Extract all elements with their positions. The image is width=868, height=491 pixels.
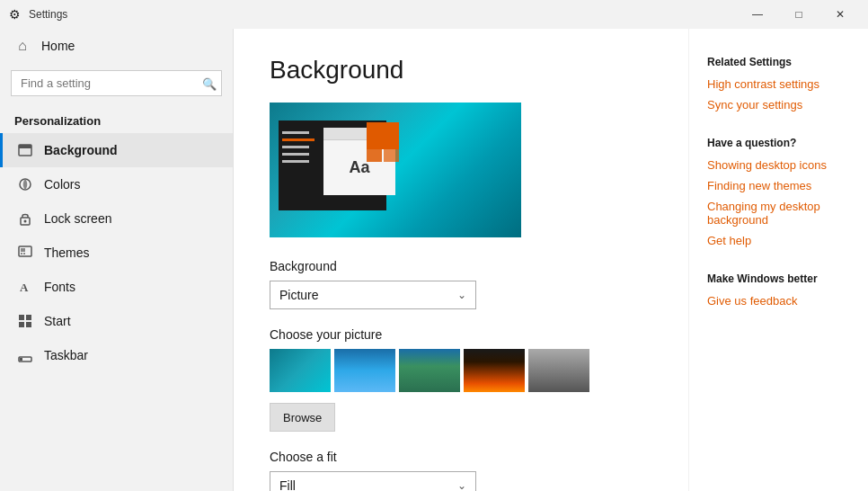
titlebar: ⚙ Settings — □ ✕ [0, 0, 868, 29]
home-label: Home [41, 39, 75, 53]
svg-rect-8 [23, 253, 25, 254]
sidebar-section-title: Personalization [0, 103, 233, 133]
svg-rect-11 [26, 315, 31, 320]
preview-line-3 [282, 146, 309, 148]
change-bg-link[interactable]: Changing my desktop background [707, 200, 850, 227]
titlebar-controls: — □ ✕ [737, 0, 861, 29]
sidebar-item-background[interactable]: Background [0, 133, 233, 167]
sidebar-item-start[interactable]: Start [0, 304, 233, 338]
related-settings-title: Related Settings [707, 56, 850, 68]
background-icon [17, 142, 33, 158]
thumbnail-5[interactable] [528, 349, 589, 392]
high-contrast-link[interactable]: High contrast settings [707, 77, 850, 91]
feedback-link[interactable]: Give us feedback [707, 294, 850, 308]
preview-line-5 [282, 160, 309, 163]
colors-icon [17, 176, 33, 192]
thumbnail-2[interactable] [334, 349, 395, 392]
search-icon[interactable]: 🔍 [202, 76, 217, 90]
taskbar-label: Taskbar [44, 348, 88, 362]
main-content: Background Aa Background [234, 29, 688, 491]
home-icon: ⌂ [14, 38, 31, 54]
sidebar-item-lock-screen[interactable]: Lock screen [0, 201, 233, 236]
sidebar-item-taskbar[interactable]: Taskbar [0, 338, 233, 372]
fonts-icon: A [17, 279, 33, 295]
divider-1 [707, 119, 850, 137]
have-question-title: Have a question? [707, 137, 850, 149]
preview-line-2 [282, 138, 314, 141]
lock-screen-icon [17, 210, 33, 227]
sidebar-item-home[interactable]: ⌂ Home [0, 29, 233, 63]
background-dropdown-arrow: ⌄ [457, 289, 466, 301]
taskbar-icon [17, 347, 33, 363]
preview-orange-2 [367, 149, 382, 162]
preview-line-4 [282, 153, 309, 156]
sidebar-item-colors[interactable]: Colors [0, 167, 233, 201]
themes-icon [17, 245, 33, 261]
preview-orange-3 [384, 149, 399, 162]
background-preview: Aa [270, 103, 521, 237]
page-title: Background [270, 56, 652, 85]
maximize-button[interactable]: □ [778, 0, 819, 29]
get-help-link[interactable]: Get help [707, 234, 850, 247]
themes-label: Themes [44, 246, 90, 260]
svg-rect-10 [19, 315, 24, 320]
start-label: Start [44, 314, 71, 328]
svg-rect-12 [19, 322, 24, 327]
settings-icon: ⚙ [7, 7, 22, 22]
svg-rect-15 [20, 358, 22, 361]
sidebar-item-themes[interactable]: Themes [0, 236, 233, 270]
svg-point-4 [24, 220, 27, 223]
browse-button[interactable]: Browse [270, 403, 335, 432]
preview-lines [282, 131, 314, 163]
svg-rect-6 [21, 248, 25, 252]
background-dropdown-value: Picture [279, 288, 319, 302]
fit-dropdown-arrow: ⌄ [457, 479, 466, 491]
thumbnail-1[interactable] [270, 349, 331, 392]
divider-2 [707, 254, 850, 272]
desktop-icons-link[interactable]: Showing desktop icons [707, 158, 850, 172]
search-input[interactable] [11, 70, 222, 96]
background-section-label: Background [270, 259, 652, 273]
svg-text:A: A [20, 281, 29, 294]
preview-line-1 [282, 131, 309, 134]
thumbnails-container [270, 349, 652, 392]
svg-rect-13 [26, 322, 31, 327]
choose-picture-label: Choose your picture [270, 327, 652, 342]
background-label: Background [44, 143, 118, 157]
fonts-label: Fonts [44, 280, 75, 294]
titlebar-left: ⚙ Settings [7, 7, 67, 22]
minimize-button[interactable]: — [737, 0, 778, 29]
preview-orange-1 [367, 122, 399, 149]
thumbnail-3[interactable] [399, 349, 460, 392]
fit-dropdown[interactable]: Fill ⌄ [270, 471, 476, 491]
start-icon [17, 313, 33, 329]
lock-screen-label: Lock screen [44, 211, 111, 226]
sync-settings-link[interactable]: Sync your settings [707, 98, 850, 112]
app-container: ⌂ Home 🔍 Personalization Background [0, 29, 868, 491]
make-better-title: Make Windows better [707, 272, 850, 285]
svg-rect-7 [21, 253, 22, 254]
sidebar-item-fonts[interactable]: A Fonts [0, 270, 233, 304]
thumbnail-4[interactable] [464, 349, 525, 392]
background-dropdown[interactable]: Picture ⌄ [270, 281, 476, 309]
close-button[interactable]: ✕ [819, 0, 861, 29]
new-themes-link[interactable]: Finding new themes [707, 179, 850, 192]
fit-dropdown-value: Fill [279, 478, 296, 491]
choose-fit-label: Choose a fit [270, 450, 652, 464]
right-panel: Related Settings High contrast settings … [688, 29, 868, 491]
sidebar: ⌂ Home 🔍 Personalization Background [0, 29, 234, 491]
search-box: 🔍 [11, 70, 222, 96]
titlebar-title: Settings [29, 8, 67, 21]
svg-rect-1 [19, 145, 31, 148]
colors-label: Colors [44, 177, 80, 192]
